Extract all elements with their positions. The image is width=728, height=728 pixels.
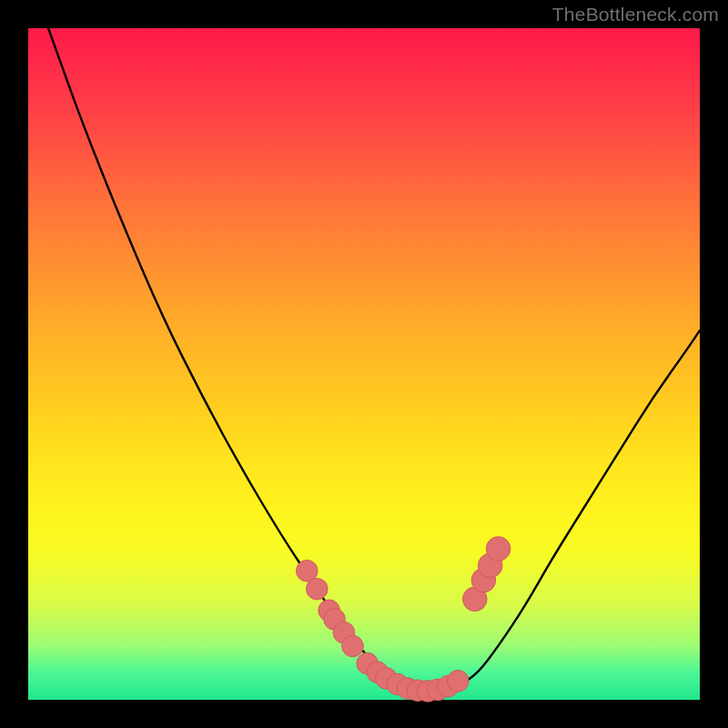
watermark-text: TheBottleneck.com xyxy=(552,4,719,25)
chart-stage: TheBottleneck.com xyxy=(0,0,728,728)
marker-layer xyxy=(297,537,511,703)
plot-area xyxy=(28,28,700,700)
chart-svg xyxy=(28,28,700,700)
data-marker xyxy=(486,537,511,561)
data-marker xyxy=(342,635,364,657)
bottleneck-curve xyxy=(48,28,700,693)
data-marker xyxy=(307,578,329,600)
data-marker xyxy=(448,671,470,693)
